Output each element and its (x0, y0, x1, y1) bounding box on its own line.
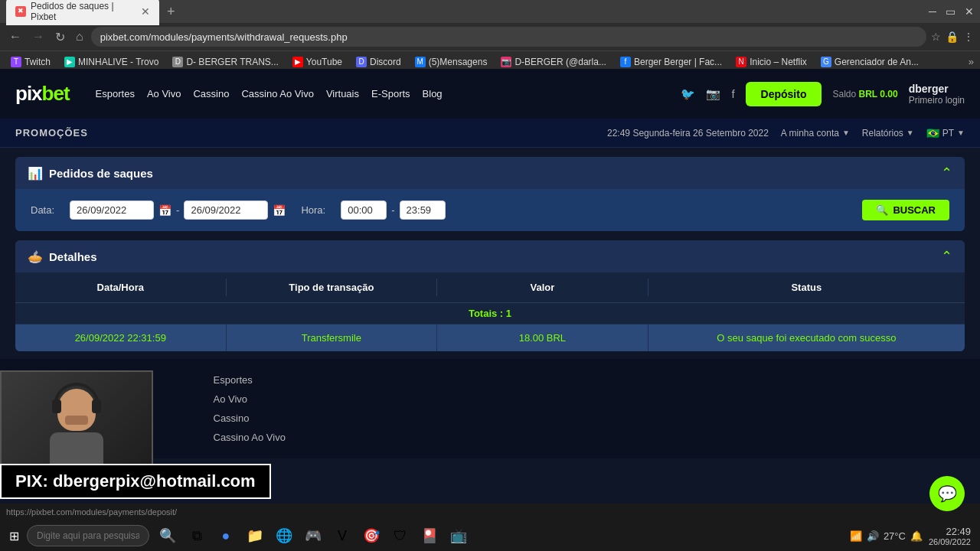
search-button[interactable]: 🔍 BUSCAR (862, 200, 949, 220)
time-separator: - (391, 204, 394, 216)
date-filter-group: 📅 - 📅 (70, 201, 286, 220)
headphone-left (52, 399, 61, 413)
date-to-input[interactable] (184, 201, 268, 220)
status-bar: https://pixbet.com/modules/payments/depo… (0, 504, 980, 520)
nav-links: Esportes Ao Vivo Cassino Cassino Ao Vivo… (96, 88, 443, 99)
new-tab-button[interactable]: + (162, 4, 180, 20)
notification-icon[interactable]: 🔔 (910, 530, 923, 542)
logo[interactable]: pixbet (15, 82, 70, 106)
bookmark-star-icon[interactable]: ☆ (931, 31, 941, 43)
nav-cassino[interactable]: Cassino (193, 88, 229, 99)
volume-icon: 🔊 (867, 530, 879, 542)
dberger-icon: D (172, 57, 183, 67)
bookmark-discord[interactable]: D Discord (351, 55, 406, 69)
account-menu[interactable]: A minha conta ▼ (781, 128, 850, 139)
close-btn[interactable]: ✕ (965, 5, 974, 18)
bookmark-twitch[interactable]: T Twitch (6, 55, 55, 69)
browser-chrome: ✖ Pedidos de saques | Pixbet ✕ + ─ ▭ ✕ ←… (0, 0, 980, 69)
mensagens-icon: M (415, 57, 426, 67)
minimize-btn[interactable]: ─ (929, 5, 936, 18)
address-bar: ← → ↻ ⌂ ☆ 🔒 ⋮ (0, 23, 980, 51)
maximize-btn[interactable]: ▭ (946, 5, 956, 18)
footer-cassino[interactable]: Cassino (214, 412, 286, 424)
forward-btn[interactable]: → (29, 28, 47, 45)
instagram-social-icon[interactable]: 📷 (706, 87, 720, 101)
clock: 22:49 26/09/2022 (929, 526, 971, 546)
bookmark-darla[interactable]: 📷 D-BERGER (@darla... (496, 55, 611, 69)
tab-close-btn[interactable]: ✕ (141, 5, 150, 18)
deposit-button[interactable]: Depósito (746, 82, 822, 106)
bookmarks-more-btn[interactable]: » (969, 56, 974, 67)
time-label: Hora: (301, 204, 325, 216)
taskbar-search-input[interactable] (27, 525, 149, 546)
taskbar-app2-icon[interactable]: V (328, 522, 356, 549)
taskbar-steam-icon[interactable]: 🎮 (299, 522, 327, 549)
bookmark-trovo[interactable]: ▶ MINHALIVE - Trovo (60, 55, 163, 69)
nav-esports[interactable]: E-Sports (371, 88, 410, 99)
address-input[interactable] (91, 27, 926, 47)
taskbar-taskview-icon[interactable]: ⧉ (183, 522, 211, 549)
clock-time: 22:49 (929, 526, 971, 537)
tab-title: Pedidos de saques | Pixbet (31, 1, 133, 22)
twitter-icon[interactable]: 🐦 (681, 87, 695, 101)
home-btn[interactable]: ⌂ (73, 28, 87, 45)
reports-dropdown-icon: ▼ (906, 129, 914, 137)
time-to-input[interactable] (400, 201, 446, 220)
logo-pix: pix (15, 82, 42, 105)
bookmark-youtube[interactable]: ▶ YouTube (288, 55, 347, 69)
reload-btn[interactable]: ↻ (52, 28, 68, 46)
headphones (54, 383, 100, 406)
taskbar-cortana-icon[interactable]: 🔍 (154, 522, 181, 549)
time-from-input[interactable] (341, 201, 387, 220)
taskbar-app4-icon[interactable]: 🎴 (416, 522, 443, 549)
footer-col-2: Esportes Ao Vivo Cassino Cassino Ao Vivo (214, 374, 286, 443)
facebook-social-icon[interactable]: f (731, 87, 734, 100)
balance-amount: BRL 0.00 (859, 89, 898, 99)
extension-icon[interactable]: 🔒 (946, 31, 959, 43)
reports-menu[interactable]: Relatórios ▼ (862, 128, 914, 139)
taskbar-chrome-icon[interactable]: ● (212, 522, 240, 549)
bookmark-mensagens[interactable]: M (5)Mensagens (410, 55, 492, 69)
language-menu[interactable]: 🇧🇷 PT ▼ (926, 127, 965, 139)
temperature-display: 27°C (884, 530, 906, 542)
more-icon[interactable]: ⋮ (963, 31, 974, 43)
taskbar-gta-icon[interactable]: 🎯 (358, 522, 385, 549)
start-button[interactable]: ⊞ (3, 526, 25, 546)
nav-esportes[interactable]: Esportes (96, 88, 135, 99)
footer-cassino-ao-vivo[interactable]: Cassino Ao Vivo (214, 432, 286, 443)
bookmark-dberger[interactable]: D D- BERGER TRANS... (168, 55, 283, 69)
footer-esportes[interactable]: Esportes (214, 374, 286, 386)
taskbar-app3-icon[interactable]: 🛡 (387, 522, 414, 549)
nav-virtuais[interactable]: Virtuais (326, 88, 359, 99)
withdrawals-header: 📊 Pedidos de saques ⌃ (15, 157, 965, 189)
address-icons: ☆ 🔒 ⋮ (931, 31, 974, 43)
table-row: 26/09/2022 22:31:59 Transfersmile 18.00 … (15, 324, 965, 351)
collapse-details-btn[interactable]: ⌃ (941, 248, 952, 265)
filter-row: Data: 📅 - 📅 Hora: - 🔍 BUSCAR (15, 189, 965, 231)
bookmark-facebook[interactable]: f Berger Berger | Fac... (616, 55, 727, 69)
promo-text: PROMOÇÕES (15, 127, 88, 139)
logo-text: pixbet (15, 82, 70, 106)
facebook-icon: f (620, 57, 631, 67)
date-from-input[interactable] (70, 201, 154, 220)
taskbar-browser-icon[interactable]: 🌐 (270, 522, 298, 549)
taskbar-app5-icon[interactable]: 📺 (445, 522, 472, 549)
bookmark-gerenciador[interactable]: G Gerenciador de An... (816, 55, 923, 69)
nav-cassino-ao-vivo[interactable]: Cassino Ao Vivo (241, 88, 313, 99)
back-btn[interactable]: ← (6, 28, 24, 45)
active-tab[interactable]: ✖ Pedidos de saques | Pixbet ✕ (6, 0, 159, 25)
flag-icon: 🇧🇷 (926, 127, 939, 139)
nav-ao-vivo[interactable]: Ao Vivo (147, 88, 181, 99)
youtube-icon: ▶ (292, 57, 303, 67)
nav-blog[interactable]: Blog (423, 88, 443, 99)
promo-right: 22:49 Segunda-feira 26 Setembro 2022 A m… (607, 127, 965, 139)
taskbar-explorer-icon[interactable]: 📁 (241, 522, 269, 549)
collapse-withdrawals-btn[interactable]: ⌃ (941, 165, 952, 181)
taskbar-right: 📶 🔊 27°C 🔔 22:49 26/09/2022 (850, 526, 977, 546)
footer-ao-vivo[interactable]: Ao Vivo (214, 393, 286, 405)
col-status: Status (648, 279, 965, 296)
chat-button[interactable]: 💬 (929, 476, 965, 511)
calendar-to-icon[interactable]: 📅 (273, 204, 286, 217)
calendar-from-icon[interactable]: 📅 (158, 204, 172, 217)
bookmark-netflix[interactable]: N Inicio – Netflix (731, 55, 812, 69)
